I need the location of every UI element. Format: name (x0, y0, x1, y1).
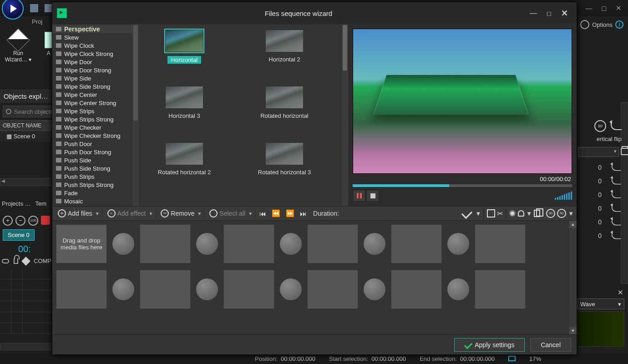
gear-icon[interactable] (580, 20, 589, 29)
stop-button[interactable] (366, 190, 379, 202)
apply-icon[interactable] (461, 208, 472, 219)
run-wizard-button[interactable]: Run Wizard… ▾ (3, 32, 34, 63)
volume-icon[interactable] (555, 192, 572, 200)
media-slot[interactable] (391, 270, 442, 309)
main-minimize-icon[interactable]: — (585, 4, 592, 12)
transition-thumb[interactable]: Horizontal 3 (148, 83, 221, 140)
tree-item[interactable]: Wipe Clock Strong (52, 50, 139, 58)
tree-item[interactable]: Wipe Door (52, 58, 139, 66)
wizard-maximize-icon[interactable]: ◻ (541, 10, 557, 17)
tree-item[interactable]: Push Side Strong (52, 164, 139, 172)
media-slot[interactable] (223, 224, 274, 263)
transition-placeholder-icon[interactable] (280, 233, 302, 255)
media-slot[interactable] (140, 224, 191, 263)
zoom-in-icon[interactable]: + (3, 216, 13, 226)
tree-item[interactable]: Push Strips (52, 172, 139, 181)
folder-icon[interactable] (621, 148, 628, 155)
goto-start-icon[interactable]: ⏮ (258, 210, 268, 217)
record-icon[interactable] (41, 216, 50, 225)
transition-tree[interactable]: Perspective SkewWipe ClockWipe Clock Str… (52, 24, 139, 206)
tree-item[interactable]: Fade (52, 189, 139, 197)
transition-thumb[interactable]: Rotated horizontal (248, 83, 321, 140)
tree-item[interactable]: Push Strips Strong (52, 181, 139, 189)
media-slot[interactable] (475, 224, 526, 263)
thumbs-scrollbar[interactable] (342, 24, 348, 206)
tree-item[interactable]: Mosaic (52, 197, 139, 205)
wizard-titlebar[interactable]: Files sequence wizard — ◻ ✕ (52, 2, 577, 24)
tree-item[interactable]: Wipe Center (52, 91, 139, 99)
forward-icon[interactable]: ⏩ (284, 209, 296, 217)
transition-placeholder-icon[interactable] (364, 278, 385, 300)
tree-item[interactable]: Wipe Clock (52, 41, 139, 50)
color-icon[interactable] (509, 210, 516, 217)
media-slot[interactable] (223, 270, 274, 309)
reset-icon[interactable] (612, 232, 621, 239)
lock-icon[interactable] (14, 258, 18, 264)
transition-thumb[interactable]: Rotated horizontal 2 (148, 140, 221, 196)
wizard-minimize-icon[interactable]: — (526, 9, 541, 17)
zoom-100-icon[interactable]: 100 (28, 216, 38, 226)
rotate-ccw-icon[interactable]: 90 (546, 209, 555, 218)
tree-item[interactable]: Wipe Strips (52, 107, 139, 115)
add-files-button[interactable]: +Add files▼ (55, 207, 103, 219)
preview-progress[interactable] (353, 184, 572, 187)
transition-placeholder-icon[interactable] (447, 233, 469, 255)
tag-icon[interactable] (21, 257, 30, 266)
tree-item[interactable]: Wipe Checker (52, 123, 139, 131)
timeline-scene-tab[interactable]: Scene 0 (3, 229, 35, 241)
reset-icon[interactable] (612, 164, 621, 171)
rotate-cw-icon[interactable]: 90 (557, 209, 566, 218)
transition-thumb[interactable]: Horizontal (148, 27, 221, 83)
zoom-out-icon[interactable]: − (15, 216, 25, 226)
tree-item[interactable]: Push Door Strong (52, 148, 139, 156)
select-all-button[interactable]: Select all▼ (207, 207, 256, 219)
reset-icon[interactable] (611, 122, 622, 130)
tree-item[interactable]: Wipe Door Strong (52, 66, 139, 74)
fit-icon[interactable] (508, 356, 516, 361)
reset-icon[interactable] (612, 205, 621, 212)
strip-scrollbar[interactable]: ▲▼ (569, 221, 577, 334)
crop-icon[interactable] (487, 209, 495, 217)
main-close-icon[interactable]: ✕ (616, 4, 622, 12)
options-label[interactable]: Options (592, 21, 613, 28)
drop-hint-slot[interactable]: Drag and drop media files here (56, 224, 107, 263)
remove-button[interactable]: −Remove▼ (158, 207, 205, 219)
tab-projects[interactable]: Projects … (2, 200, 31, 207)
media-strip[interactable]: Drag and drop media files here▲▼ (52, 221, 577, 334)
cut-icon[interactable]: ✂ (497, 209, 503, 218)
tree-scrollbar[interactable] (132, 24, 139, 206)
user-icon[interactable] (518, 210, 524, 217)
transition-placeholder-icon[interactable] (112, 233, 134, 255)
panel-close-icon[interactable]: ✕ (573, 288, 628, 298)
tree-item[interactable]: Wipe Side Strong (52, 82, 139, 91)
rotate-90-icon[interactable]: 90 (594, 120, 606, 132)
tree-item[interactable]: Wipe Checker Strong (52, 131, 139, 140)
visibility-icon[interactable] (2, 259, 9, 263)
media-slot[interactable] (307, 224, 358, 263)
copy-icon[interactable] (534, 210, 540, 217)
qat-icon[interactable] (30, 4, 38, 12)
cancel-button[interactable]: Cancel (530, 338, 571, 352)
wizard-close-icon[interactable]: ✕ (557, 8, 572, 18)
transition-placeholder-icon[interactable] (112, 278, 134, 300)
rewind-icon[interactable]: ⏪ (270, 209, 282, 217)
apply-settings-button[interactable]: Apply settings (454, 338, 525, 352)
media-slot[interactable] (391, 224, 442, 263)
tree-item[interactable]: Push Door (52, 140, 139, 148)
transition-placeholder-icon[interactable] (447, 278, 469, 300)
transition-placeholder-icon[interactable] (196, 233, 218, 255)
tree-item[interactable]: Wipe Strips Strong (52, 115, 139, 123)
tree-item[interactable]: Wipe Center Strong (52, 99, 139, 107)
wave-dropdown[interactable]: Wave▾ (577, 298, 624, 309)
transition-placeholder-icon[interactable] (196, 278, 218, 300)
transition-thumb[interactable]: Horizontal 2 (248, 27, 321, 83)
property-combo[interactable] (578, 147, 619, 157)
media-slot[interactable] (307, 270, 358, 309)
info-icon[interactable]: i (615, 20, 623, 29)
tab-templates[interactable]: Tem (35, 200, 47, 207)
chevron-down-icon[interactable]: ▼ (475, 210, 481, 217)
goto-end-icon[interactable]: ⏭ (298, 210, 309, 217)
media-slot[interactable] (475, 270, 526, 309)
pause-button[interactable] (353, 190, 365, 202)
tree-category[interactable]: Perspective (52, 25, 139, 33)
